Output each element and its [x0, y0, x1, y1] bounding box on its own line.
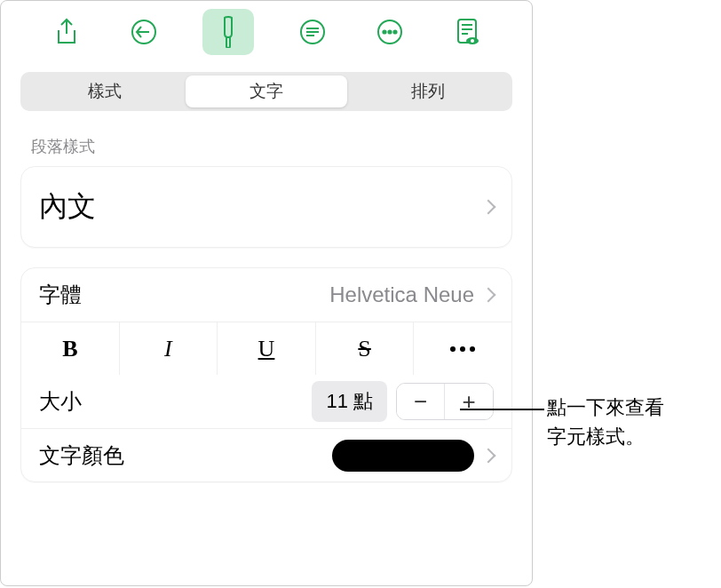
size-label: 大小 — [39, 387, 82, 416]
undo-button[interactable] — [125, 13, 162, 51]
tab-arrange[interactable]: 排列 — [347, 75, 509, 107]
size-row: 大小 11 點 − + — [21, 375, 511, 428]
chevron-right-icon — [481, 200, 496, 215]
paragraph-style-row[interactable]: 內文 — [21, 167, 511, 247]
underline-button[interactable]: U — [218, 322, 316, 375]
size-decrease-button[interactable]: − — [397, 384, 445, 419]
text-color-swatch — [332, 440, 474, 472]
text-format-card: 字體 Helvetica Neue B I U S 大小 11 點 − + — [20, 267, 512, 482]
text-color-row[interactable]: 文字顏色 — [21, 428, 511, 481]
size-increase-button[interactable]: + — [445, 384, 493, 419]
paragraph-style-card: 內文 — [20, 166, 512, 248]
share-icon — [54, 18, 79, 46]
font-value: Helvetica Neue — [329, 282, 474, 307]
italic-button[interactable]: I — [120, 322, 218, 375]
more-button[interactable] — [371, 13, 408, 51]
callout-text: 點一下來查看 字元樣式。 — [547, 393, 664, 451]
callout-leader-line — [460, 409, 544, 410]
font-label: 字體 — [39, 281, 82, 309]
paragraph-style-label: 段落樣式 — [31, 136, 532, 157]
svg-point-4 — [388, 30, 391, 33]
brush-icon — [215, 16, 242, 48]
more-circle-icon — [376, 18, 404, 46]
size-stepper: − + — [396, 383, 494, 420]
bold-button[interactable]: B — [21, 322, 120, 375]
format-panel: 樣式 文字 排列 段落樣式 內文 字體 Helvetica Neue B I U… — [0, 0, 533, 586]
more-text-options-button[interactable] — [414, 322, 511, 375]
view-button[interactable] — [448, 13, 486, 51]
chevron-right-icon — [481, 288, 496, 303]
strikethrough-button[interactable]: S — [316, 322, 415, 375]
comment-button[interactable] — [294, 13, 331, 51]
undo-icon — [130, 18, 158, 46]
format-buttons-row: B I U S — [21, 322, 511, 375]
svg-point-3 — [383, 30, 385, 33]
chevron-right-icon — [481, 448, 496, 463]
text-lines-icon — [298, 18, 327, 46]
text-color-label: 文字顏色 — [39, 441, 124, 470]
format-brush-button[interactable] — [202, 9, 254, 55]
font-row[interactable]: 字體 Helvetica Neue — [21, 268, 511, 322]
svg-point-5 — [393, 30, 396, 33]
size-value[interactable]: 11 點 — [312, 381, 387, 422]
top-toolbar — [1, 1, 532, 63]
share-button[interactable] — [48, 13, 85, 51]
svg-point-8 — [471, 39, 474, 43]
page-notes-icon — [454, 17, 480, 47]
tab-style[interactable]: 樣式 — [24, 75, 186, 107]
more-dots-icon — [450, 346, 475, 352]
format-tabs: 樣式 文字 排列 — [20, 72, 512, 111]
tab-text[interactable]: 文字 — [186, 75, 347, 107]
paragraph-style-name: 內文 — [39, 187, 96, 226]
